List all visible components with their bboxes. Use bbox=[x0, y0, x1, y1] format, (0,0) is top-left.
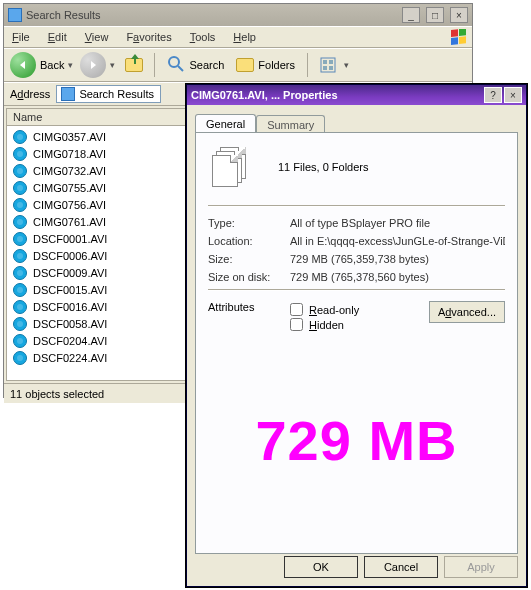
big-size-annotation: 729 MB bbox=[196, 408, 517, 473]
maximize-button[interactable]: □ bbox=[426, 7, 444, 23]
file-icon bbox=[13, 181, 27, 195]
size-on-disk-value: 729 MB (765,378,560 bytes) bbox=[290, 271, 505, 283]
folders-button[interactable]: Folders bbox=[232, 56, 299, 74]
size-on-disk-label: Size on disk: bbox=[208, 271, 290, 283]
views-button[interactable] bbox=[316, 53, 340, 77]
file-name: DSCF0001.AVI bbox=[33, 233, 107, 245]
properties-titlebar[interactable]: CIMG0761.AVI, ... Properties ? × bbox=[187, 85, 526, 105]
location-label: Location: bbox=[208, 235, 290, 247]
file-icon bbox=[13, 351, 27, 365]
forward-dropdown[interactable]: ▾ bbox=[110, 60, 118, 70]
svg-rect-0 bbox=[451, 29, 458, 37]
menu-view[interactable]: View bbox=[85, 31, 109, 43]
file-icon bbox=[13, 266, 27, 280]
search-results-title-icon bbox=[8, 8, 22, 22]
file-icon bbox=[13, 317, 27, 331]
file-name: DSCF0224.AVI bbox=[33, 352, 107, 364]
file-icon bbox=[13, 130, 27, 144]
windows-flag-icon bbox=[450, 29, 468, 47]
svg-line-5 bbox=[178, 66, 183, 71]
size-label: Size: bbox=[208, 253, 290, 265]
svg-rect-2 bbox=[451, 37, 458, 45]
address-box[interactable]: Search Results bbox=[56, 85, 161, 103]
svg-rect-7 bbox=[323, 60, 327, 64]
search-label: Search bbox=[189, 59, 224, 71]
back-button[interactable] bbox=[10, 52, 36, 78]
file-name: DSCF0204.AVI bbox=[33, 335, 107, 347]
attributes-label: Attributes bbox=[208, 301, 290, 313]
advanced-button[interactable]: Advanced... bbox=[429, 301, 505, 323]
address-value: Search Results bbox=[79, 88, 154, 100]
address-label: Address bbox=[10, 88, 50, 100]
svg-rect-9 bbox=[323, 66, 327, 70]
help-button[interactable]: ? bbox=[484, 87, 502, 103]
svg-rect-3 bbox=[459, 36, 466, 44]
file-icon bbox=[13, 249, 27, 263]
location-value: All in E:\qqqq-excess\JunGLe-of-Strange-… bbox=[290, 235, 505, 247]
file-name: CIMG0756.AVI bbox=[33, 199, 106, 211]
svg-point-4 bbox=[169, 57, 179, 67]
file-icon bbox=[13, 334, 27, 348]
file-name: CIMG0761.AVI bbox=[33, 216, 106, 228]
files-stack-icon bbox=[212, 147, 250, 187]
type-label: Type: bbox=[208, 217, 290, 229]
type-value: All of type BSplayer PRO file bbox=[290, 217, 505, 229]
up-button[interactable] bbox=[122, 53, 146, 77]
file-icon bbox=[13, 232, 27, 246]
menu-file[interactable]: File bbox=[12, 31, 30, 43]
file-name: DSCF0058.AVI bbox=[33, 318, 107, 330]
file-name: DSCF0016.AVI bbox=[33, 301, 107, 313]
hidden-checkbox[interactable]: Hidden bbox=[290, 318, 429, 331]
svg-rect-10 bbox=[329, 66, 333, 70]
menu-edit[interactable]: Edit bbox=[48, 31, 67, 43]
menu-help[interactable]: Help bbox=[233, 31, 256, 43]
ok-button[interactable]: OK bbox=[284, 556, 358, 578]
file-name: CIMG0357.AVI bbox=[33, 131, 106, 143]
explorer-toolbar: Back ▾ ▾ Search Folders ▾ bbox=[4, 48, 472, 82]
cancel-button[interactable]: Cancel bbox=[364, 556, 438, 578]
file-icon bbox=[13, 283, 27, 297]
search-icon bbox=[167, 55, 185, 75]
address-icon bbox=[61, 87, 75, 101]
file-name: DSCF0009.AVI bbox=[33, 267, 107, 279]
file-count: 11 Files, 0 Folders bbox=[278, 161, 368, 173]
folders-label: Folders bbox=[258, 59, 295, 71]
apply-button[interactable]: Apply bbox=[444, 556, 518, 578]
file-name: CIMG0718.AVI bbox=[33, 148, 106, 160]
minimize-button[interactable]: _ bbox=[402, 7, 420, 23]
file-name: DSCF0006.AVI bbox=[33, 250, 107, 262]
explorer-title-text: Search Results bbox=[26, 9, 101, 21]
back-dropdown[interactable]: ▾ bbox=[68, 60, 76, 70]
menu-tools[interactable]: Tools bbox=[190, 31, 216, 43]
menu-favorites[interactable]: Favorites bbox=[126, 31, 171, 43]
explorer-menubar: File Edit View Favorites Tools Help bbox=[4, 26, 472, 48]
tab-general[interactable]: General bbox=[195, 114, 256, 133]
size-value: 729 MB (765,359,738 bytes) bbox=[290, 253, 505, 265]
properties-title-text: CIMG0761.AVI, ... Properties bbox=[191, 89, 338, 101]
properties-dialog: CIMG0761.AVI, ... Properties ? × General… bbox=[186, 84, 527, 587]
search-button[interactable]: Search bbox=[163, 53, 228, 77]
file-icon bbox=[13, 300, 27, 314]
forward-button[interactable] bbox=[80, 52, 106, 78]
views-dropdown[interactable]: ▾ bbox=[344, 60, 352, 70]
file-icon bbox=[13, 215, 27, 229]
readonly-checkbox[interactable]: Read-only bbox=[290, 303, 429, 316]
svg-rect-1 bbox=[459, 29, 466, 36]
file-name: DSCF0015.AVI bbox=[33, 284, 107, 296]
dialog-buttons: OK Cancel Apply bbox=[284, 556, 518, 578]
folders-icon bbox=[236, 58, 254, 72]
file-name: CIMG0755.AVI bbox=[33, 182, 106, 194]
file-icon bbox=[13, 164, 27, 178]
close-button[interactable]: × bbox=[504, 87, 522, 103]
tab-strip: General Summary bbox=[187, 105, 526, 132]
explorer-titlebar[interactable]: Search Results _ □ × bbox=[4, 4, 472, 26]
status-text: 11 objects selected bbox=[10, 388, 104, 400]
tab-body: 11 Files, 0 Folders Type:All of type BSp… bbox=[195, 132, 518, 554]
file-icon bbox=[13, 198, 27, 212]
file-icon bbox=[13, 147, 27, 161]
back-label[interactable]: Back bbox=[40, 59, 64, 71]
file-name: CIMG0732.AVI bbox=[33, 165, 106, 177]
close-button[interactable]: × bbox=[450, 7, 468, 23]
svg-rect-8 bbox=[329, 60, 333, 64]
